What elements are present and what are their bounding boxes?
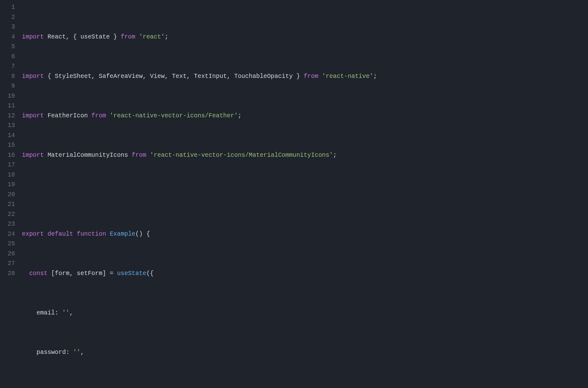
line-number: 6 xyxy=(0,52,15,62)
code-line[interactable]: export default function Example() { xyxy=(22,229,588,239)
line-number: 24 xyxy=(0,229,15,239)
line-number: 21 xyxy=(0,200,15,210)
code-line[interactable] xyxy=(22,190,588,200)
line-number: 4 xyxy=(0,32,15,42)
line-number: 5 xyxy=(0,42,15,52)
line-number: 23 xyxy=(0,219,15,229)
line-number: 22 xyxy=(0,210,15,220)
code-line[interactable]: }); xyxy=(22,387,588,388)
line-number: 7 xyxy=(0,62,15,72)
line-number: 18 xyxy=(0,170,15,180)
line-number: 27 xyxy=(0,259,15,269)
code-line[interactable]: import { StyleSheet, SafeAreaView, View,… xyxy=(22,72,588,82)
line-number: 20 xyxy=(0,190,15,200)
line-number: 16 xyxy=(0,151,15,161)
code-line[interactable]: import FeatherIcon from 'react-native-ve… xyxy=(22,111,588,121)
line-number: 15 xyxy=(0,140,15,151)
code-line[interactable]: import React, { useState } from 'react'; xyxy=(22,32,588,42)
line-number: 25 xyxy=(0,239,15,249)
line-number: 8 xyxy=(0,72,15,82)
line-number: 19 xyxy=(0,180,15,190)
line-number: 28 xyxy=(0,269,15,279)
line-number: 17 xyxy=(0,160,15,170)
line-number: 3 xyxy=(0,22,15,32)
code-line[interactable]: const [form, setForm] = useState({ xyxy=(22,269,588,279)
line-number: 12 xyxy=(0,111,15,121)
line-number: 10 xyxy=(0,91,15,101)
line-number: 9 xyxy=(0,81,15,91)
code-line[interactable]: import MaterialCommunityIcons from 'reac… xyxy=(22,151,588,161)
line-number-gutter: 1 2 3 4 5 6 7 8 9 10 11 12 13 14 15 16 1… xyxy=(0,3,18,388)
code-line[interactable]: password: '', xyxy=(22,348,588,358)
code-line[interactable]: email: '', xyxy=(22,308,588,318)
code-content[interactable]: import React, { useState } from 'react';… xyxy=(18,3,588,388)
line-number: 2 xyxy=(0,13,15,23)
code-editor: 1 2 3 4 5 6 7 8 9 10 11 12 13 14 15 16 1… xyxy=(0,0,588,388)
line-number: 13 xyxy=(0,121,15,131)
line-number: 1 xyxy=(0,3,15,13)
line-number: 11 xyxy=(0,101,15,111)
line-number: 26 xyxy=(0,249,15,259)
line-number: 14 xyxy=(0,131,15,141)
